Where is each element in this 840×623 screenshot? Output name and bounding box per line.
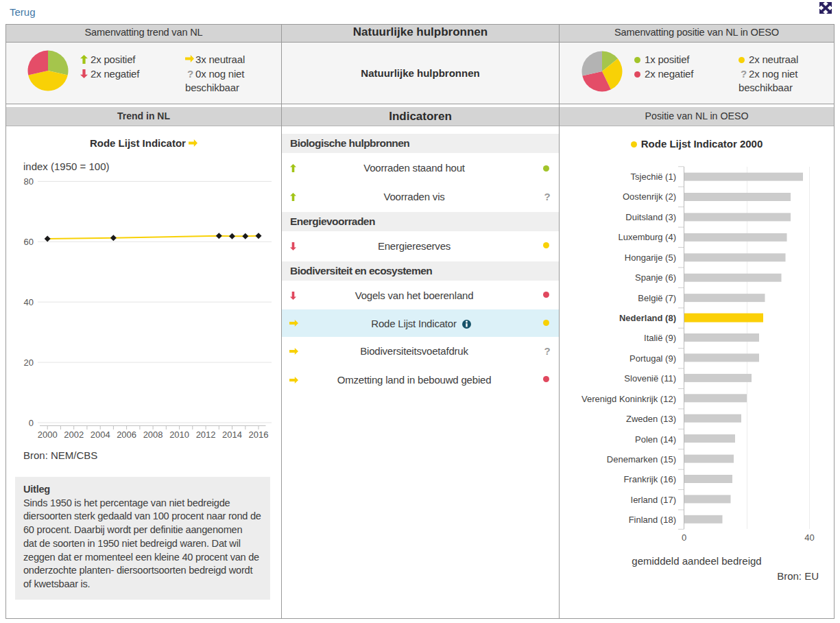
svg-text:Frankrijk (16): Frankrijk (16) bbox=[623, 474, 676, 484]
svg-text:België (7): België (7) bbox=[638, 293, 676, 303]
svg-text:2004: 2004 bbox=[91, 430, 110, 440]
svg-text:Slovenië (11): Slovenië (11) bbox=[624, 373, 676, 384]
svg-text:Oostenrijk (2): Oostenrijk (2) bbox=[623, 191, 676, 202]
svg-text:Italië (9): Italië (9) bbox=[644, 333, 676, 343]
svg-text:0: 0 bbox=[29, 418, 34, 428]
svg-text:Finland (18): Finland (18) bbox=[629, 515, 676, 525]
svg-text:2002: 2002 bbox=[64, 430, 84, 440]
svg-text:40: 40 bbox=[24, 297, 34, 307]
svg-text:60: 60 bbox=[24, 237, 34, 247]
svg-text:2012: 2012 bbox=[196, 430, 216, 440]
svg-text:2010: 2010 bbox=[169, 430, 189, 440]
svg-text:0: 0 bbox=[682, 532, 686, 543]
svg-text:Verenigd Koninkrijk (12): Verenigd Koninkrijk (12) bbox=[581, 394, 676, 404]
svg-text:Polen (14): Polen (14) bbox=[635, 434, 676, 445]
svg-text:Ierland (17): Ierland (17) bbox=[631, 495, 676, 505]
svg-text:Nederland (8): Nederland (8) bbox=[619, 313, 676, 323]
svg-text:2008: 2008 bbox=[143, 430, 163, 440]
svg-text:40: 40 bbox=[804, 532, 814, 543]
svg-text:Hongarije (5): Hongarije (5) bbox=[625, 252, 676, 263]
svg-text:Denemarken (15): Denemarken (15) bbox=[607, 454, 676, 465]
svg-text:Luxemburg (4): Luxemburg (4) bbox=[618, 232, 676, 242]
svg-text:2006: 2006 bbox=[117, 430, 136, 440]
svg-text:Tsjechië (1): Tsjechië (1) bbox=[631, 172, 676, 182]
svg-text:Zweden (13): Zweden (13) bbox=[626, 414, 676, 424]
svg-text:Spanje (6): Spanje (6) bbox=[635, 272, 676, 283]
svg-text:20: 20 bbox=[24, 357, 34, 368]
svg-text:2016: 2016 bbox=[249, 430, 269, 440]
svg-text:2014: 2014 bbox=[222, 430, 242, 440]
svg-text:2000: 2000 bbox=[38, 430, 58, 440]
svg-text:Duitsland (3): Duitsland (3) bbox=[625, 212, 676, 222]
svg-text:Portugal (9): Portugal (9) bbox=[629, 353, 676, 364]
svg-text:80: 80 bbox=[24, 176, 34, 187]
